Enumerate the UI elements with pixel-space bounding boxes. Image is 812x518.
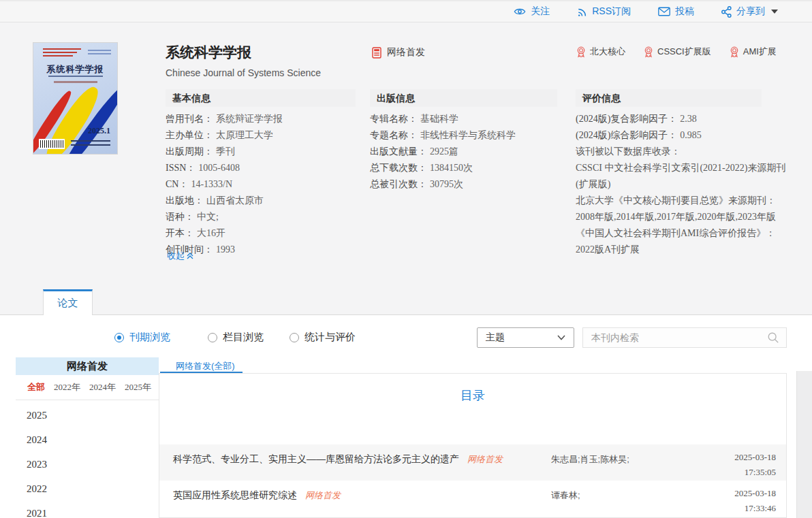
basic-info-header: 基本信息 [166,89,356,107]
info-row: 专辑名称：基础科学 [370,111,557,127]
collapse-label: 收起 [167,250,185,262]
rss-label: RSS订阅 [592,5,631,18]
browse-option-column[interactable]: 栏目浏览 [208,331,264,344]
article-time: 17:33:46 [677,501,776,516]
info-row: 总被引次数：30795次 [370,176,557,193]
eval-info-rows: (2024版)复合影响因子：2.38 (2024版)综合影响因子：0.985 该… [576,111,762,258]
sidebar-filter-row: 全部 2022年 2024年 2025年 [16,375,159,400]
browse-option-stats[interactable]: 统计与评价 [290,331,356,344]
year-item[interactable]: 2024 [16,427,159,452]
info-row: 总下载次数：1384150次 [370,160,557,176]
year-item[interactable]: 2022 [16,476,159,501]
search-field-select[interactable]: 主题 [477,327,574,348]
filter-2022[interactable]: 2022年 [54,381,80,393]
tab-online-first-all[interactable]: 网络首发(全部) [176,360,235,372]
info-row: 开本：大16开 [166,225,356,242]
article-datetime: 2025-03-18 17:33:46 [677,481,786,517]
badge-list: 北大核心 CSSCI扩展版 AMI扩展 [576,46,777,58]
badge-label: 北大核心 [590,46,625,58]
article-title-link[interactable]: 英国应用性系统思维研究综述 [173,489,297,500]
rss-button[interactable]: RSS订阅 [577,5,631,18]
journal-search [582,327,787,348]
caret-down-icon [771,10,778,14]
article-list-panel: 目录 科学范式、专业分工、实用主义——库恩留给方法论多元主义的遗产 网络首发 朱… [159,373,787,518]
submit-button[interactable]: 投稿 [658,5,694,18]
info-line: 2008年版,2014年版,2017年版,2020年版,2023年版 [576,209,762,225]
cover-footer-line [71,144,110,146]
journal-cover[interactable]: 系统科学学报 2025.1 [33,42,118,155]
submit-label: 投稿 [675,5,694,18]
publish-info-rows: 专辑名称：基础科学 专题名称：非线性科学与系统科学 出版文献量：2925篇 总下… [370,111,557,193]
cover-barcode [39,139,65,149]
info-row: 曾用刊名：系统辩证学学报 [166,111,356,127]
info-line: (扩展版) [576,176,762,193]
article-date: 2025-03-18 [677,450,776,465]
info-row: 创刊时间：1993 [166,242,356,258]
basic-info-section: 基本信息 曾用刊名：系统辩证学学报 主办单位：太原理工大学 出版周期：季刊 IS… [166,89,356,258]
follow-button[interactable]: 关注 [514,5,550,18]
article-authors: 谭春林; [551,481,677,517]
info-row: ISSN：1005-6408 [166,160,356,176]
search-icon[interactable] [767,331,779,344]
browse-option-label: 统计与评价 [304,331,356,344]
browse-option-issue[interactable]: 刊期浏览 [114,331,170,344]
filter-2025[interactable]: 2025年 [125,381,151,393]
online-first-link[interactable]: 网络首发 [372,46,425,59]
medal-icon [576,46,587,58]
medal-icon [729,46,740,58]
basic-info-rows: 曾用刊名：系统辩证学学报 主办单位：太原理工大学 出版周期：季刊 ISSN：10… [166,111,356,258]
info-line: 2022版A刊扩展 [576,242,762,258]
filter-all[interactable]: 全部 [27,381,45,393]
article-title-link[interactable]: 科学范式、专业分工、实用主义——库恩留给方法论多元主义的遗产 [173,453,459,464]
badge-label: CSSCI扩展版 [657,46,711,58]
badge-cssci[interactable]: CSSCI扩展版 [643,46,711,58]
cover-issue: 2025.1 [88,126,110,136]
search-input[interactable] [583,332,767,343]
cover-issueline [54,81,97,83]
info-row: (2024版)综合影响因子：0.985 [576,127,762,144]
info-line: 《中国人文社会科学期刊AMI综合评价报告》： [576,225,762,242]
publish-info-section: 出版信息 专辑名称：基础科学 专题名称：非线性科学与系统科学 出版文献量：292… [370,89,557,193]
cover-decor-line [43,52,77,53]
badge-label: AMI扩展 [743,46,777,58]
envelope-icon [658,7,670,16]
search-field-value: 主题 [486,331,505,344]
cover-subtitle-line [48,76,103,77]
share-label: 分享到 [736,5,765,18]
article-authors: 朱志昌;肖玉;陈林昊; [551,444,677,481]
cover-decor-line [43,55,73,56]
tab-papers[interactable]: 论文 [43,289,93,315]
article-time: 17:35:05 [677,465,776,480]
follow-label: 关注 [531,5,550,18]
online-first-label: 网络首发 [387,46,425,59]
badge-beida-core[interactable]: 北大核心 [576,46,625,58]
cover-decor-line [43,48,81,50]
filter-2024[interactable]: 2024年 [89,381,116,393]
journal-title: 系统科学学报 [166,43,251,62]
radio-icon [208,333,217,342]
info-row: (2024版)复合影响因子：2.38 [576,111,762,127]
year-item[interactable]: 2021 [16,501,159,518]
info-line: 北京大学《中文核心期刊要目总览》来源期刊： [576,193,762,209]
year-item[interactable]: 2023 [16,452,159,476]
top-toolbar: 关注 RSS订阅 投稿 分享到 [0,0,812,22]
cover-decor-line [88,53,111,54]
publish-info-header: 出版信息 [370,89,557,107]
browse-option-label: 栏目浏览 [223,331,264,344]
eval-info-section: 评价信息 (2024版)复合影响因子：2.38 (2024版)综合影响因子：0.… [576,89,762,258]
collapse-link[interactable]: 收起 [167,250,193,262]
rss-icon [577,7,587,17]
radio-icon [290,333,299,342]
badge-ami[interactable]: AMI扩展 [729,46,777,58]
share-button[interactable]: 分享到 [721,5,778,18]
chevron-down-icon [557,335,565,340]
online-first-tag: 网络首发 [305,490,341,500]
info-row: 主办单位：太原理工大学 [166,127,356,144]
eval-info-header: 评价信息 [576,89,762,107]
content-scrollbar[interactable] [796,371,812,518]
cover-title: 系统科学学报 [33,63,117,76]
year-item[interactable]: 2025 [16,403,159,427]
cover-decor-line [88,50,111,51]
article-row: 科学范式、专业分工、实用主义——库恩留给方法论多元主义的遗产 网络首发 朱志昌;… [159,444,786,481]
info-row: 出版地：山西省太原市 [166,193,356,209]
